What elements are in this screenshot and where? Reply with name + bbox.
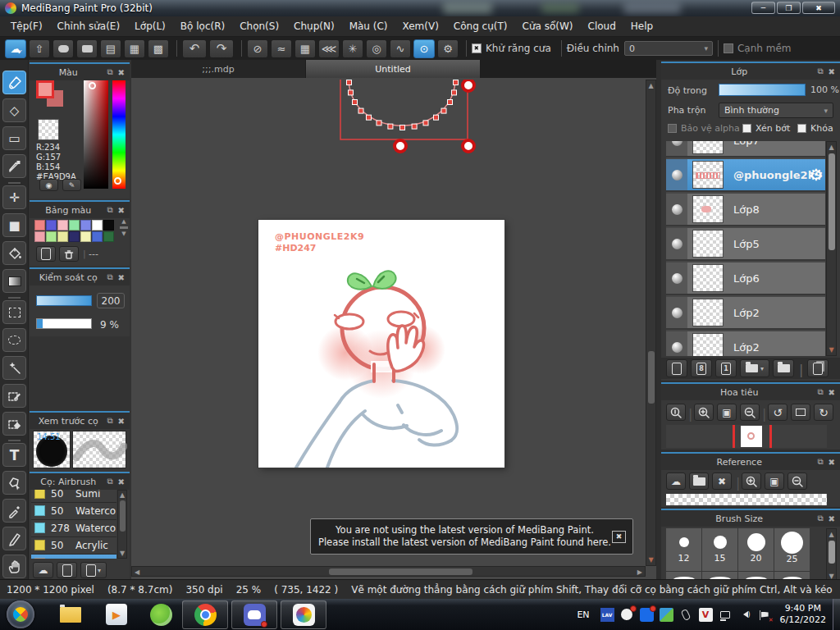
- taskbar-explorer[interactable]: [48, 607, 94, 623]
- fill-rect-tool[interactable]: ■: [2, 213, 26, 237]
- shape-brush-tool[interactable]: ▭: [2, 126, 26, 150]
- close-panel-icon[interactable]: ✖: [118, 68, 125, 77]
- rotate-ccw-button[interactable]: ↺: [768, 404, 788, 421]
- layer-list-scrollbar[interactable]: ▲ ▼: [826, 141, 837, 356]
- taskbar-media-player[interactable]: ▶: [94, 604, 139, 625]
- brush-size-slider[interactable]: [36, 295, 92, 306]
- palette-swatch[interactable]: [57, 231, 68, 242]
- saturation-value-picker[interactable]: [84, 80, 108, 189]
- start-button[interactable]: [7, 600, 34, 628]
- scrollbar-thumb[interactable]: [120, 500, 126, 532]
- scroll-up-icon[interactable]: ▲: [646, 82, 655, 89]
- workspace-layout-button[interactable]: ▦: [124, 39, 145, 58]
- publish-button[interactable]: ⇧: [29, 39, 50, 58]
- palette-swatch[interactable]: [46, 220, 57, 231]
- move-tool[interactable]: ✛: [2, 185, 26, 209]
- fit-screen-button[interactable]: ▣: [717, 404, 737, 421]
- scrollbar-thumb[interactable]: [829, 541, 835, 564]
- reference-fit-button[interactable]: ▣: [765, 472, 784, 490]
- delete-palette-color-button[interactable]: [59, 246, 79, 262]
- scrollbar-thumb[interactable]: [648, 351, 655, 404]
- popout-icon[interactable]: ⧉: [107, 272, 112, 282]
- layer-visibility[interactable]: [666, 331, 687, 356]
- show-desktop-button[interactable]: [833, 599, 840, 630]
- close-panel-icon[interactable]: ✖: [118, 477, 125, 486]
- popout-icon[interactable]: ⧉: [817, 457, 823, 467]
- select-eraser-tool[interactable]: [2, 412, 26, 436]
- layer-row[interactable]: Lớp7: [666, 141, 825, 158]
- scroll-up-icon[interactable]: ▲: [827, 144, 836, 151]
- volume-tray-icon[interactable]: ): [738, 608, 752, 622]
- lav-tray-icon[interactable]: LAV: [600, 608, 614, 622]
- brush-size-scrollbar[interactable]: ▲ ▼: [826, 528, 837, 582]
- layer-settings-gear-icon[interactable]: ⚙: [809, 165, 824, 185]
- comment-list-button[interactable]: [76, 39, 98, 58]
- canvas-document[interactable]: @PHUONGLE2K9 #HD247: [258, 220, 504, 468]
- new-1bit-layer-button[interactable]: 1: [715, 359, 737, 377]
- zoom-in-button[interactable]: [694, 404, 714, 421]
- select-rect-tool[interactable]: [2, 300, 26, 324]
- menu-item-help[interactable]: Help: [623, 21, 660, 32]
- reference-clear-button[interactable]: ✖: [712, 472, 732, 490]
- brush-size-cell[interactable]: 12: [666, 528, 701, 571]
- notification-close-button[interactable]: ✖: [612, 531, 626, 543]
- palette-swatch[interactable]: [103, 220, 114, 231]
- scroll-left-icon[interactable]: ◀: [135, 568, 139, 576]
- close-panel-icon[interactable]: ✖: [118, 206, 125, 215]
- menu-item-file[interactable]: Tệp(F): [3, 21, 50, 32]
- menu-item-layer[interactable]: Lớp(L): [127, 21, 173, 32]
- zalo-tray-icon[interactable]: [640, 608, 654, 622]
- comment-button[interactable]: [52, 39, 74, 58]
- close-panel-icon[interactable]: ✖: [829, 458, 835, 467]
- control-point-tool[interactable]: [2, 154, 26, 178]
- network-tray-icon[interactable]: [719, 608, 733, 622]
- canvas-vscrollbar[interactable]: ▲ ▼: [646, 80, 656, 566]
- menu-item-color[interactable]: Màu (C): [342, 21, 395, 32]
- clock[interactable]: 9:40 PM 6/12/2022: [780, 603, 826, 626]
- taskbar-medibang[interactable]: [281, 600, 326, 629]
- snap-off-button[interactable]: ⊘: [247, 39, 268, 58]
- popout-icon[interactable]: ⧉: [817, 514, 823, 523]
- undo-button[interactable]: ↶: [182, 39, 207, 58]
- lasso-tool[interactable]: [2, 328, 26, 352]
- popout-icon[interactable]: ⧉: [817, 387, 823, 397]
- new-layer-button[interactable]: [666, 359, 687, 377]
- layer-visibility[interactable]: [666, 159, 687, 190]
- scroll-down-icon[interactable]: ▼: [646, 556, 655, 564]
- menu-item-select[interactable]: Chọn(S): [232, 21, 286, 32]
- bucket-tool[interactable]: [2, 241, 26, 265]
- close-panel-icon[interactable]: ✖: [829, 67, 835, 76]
- text-tool[interactable]: T: [2, 443, 26, 467]
- discord-tray-icon[interactable]: [620, 608, 634, 622]
- cloud-save-button[interactable]: ☁✓: [5, 39, 26, 58]
- brush-size-cell[interactable]: 15: [702, 528, 737, 571]
- brush-tool[interactable]: [2, 71, 26, 94]
- taskbar-coccoc[interactable]: [139, 604, 182, 626]
- snap-ellipse-button[interactable]: ⊙: [413, 39, 435, 58]
- language-indicator[interactable]: EN: [577, 609, 589, 620]
- snap-grid-button[interactable]: ▦: [294, 39, 316, 58]
- scroll-down-icon[interactable]: ▼: [827, 346, 836, 354]
- pen-tool[interactable]: [2, 527, 26, 550]
- layer-visibility[interactable]: [666, 194, 687, 225]
- palette-swatch[interactable]: [92, 220, 103, 231]
- palette-swatch[interactable]: [46, 231, 57, 242]
- brush-size-cell[interactable]: 20: [738, 528, 774, 571]
- skin-color-button[interactable]: ✎: [62, 179, 81, 191]
- reset-view-button[interactable]: [791, 404, 810, 421]
- taskbar-discord[interactable]: [231, 600, 277, 629]
- select-pen-tool[interactable]: [2, 384, 26, 408]
- layer-visibility[interactable]: [666, 141, 687, 156]
- brush-cloud-button[interactable]: ☁: [33, 562, 53, 578]
- scroll-down-icon[interactable]: ▼: [120, 231, 128, 237]
- taskbar-chrome[interactable]: [182, 600, 228, 629]
- v-tray-icon[interactable]: V: [699, 608, 713, 622]
- layer-visibility[interactable]: [666, 228, 687, 259]
- palette-swatch[interactable]: [69, 231, 80, 242]
- brush-row[interactable]: 50Sumi: [31, 490, 116, 503]
- scroll-down-icon[interactable]: ▼: [118, 550, 126, 557]
- antialias-checkbox[interactable]: ✖: [472, 43, 482, 53]
- menu-item-snap[interactable]: Chụp(N): [286, 21, 342, 32]
- close-panel-icon[interactable]: ✖: [829, 388, 835, 397]
- layer-row[interactable]: Lớp8: [666, 194, 825, 226]
